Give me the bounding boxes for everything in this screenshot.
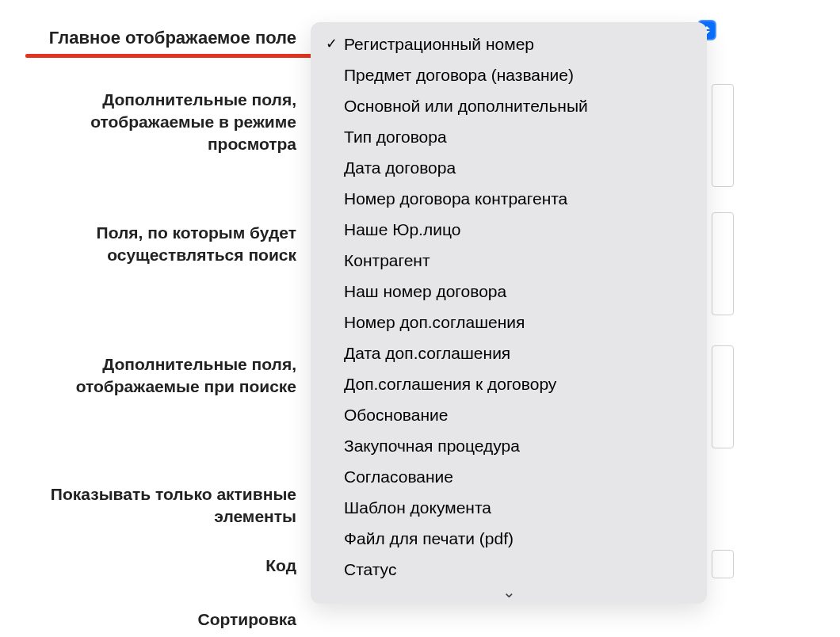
dropdown-option-label: Обоснование bbox=[344, 404, 448, 425]
dropdown-option-label: Доп.соглашения к договору bbox=[344, 373, 556, 395]
dropdown-option[interactable]: Файл для печати (pdf) bbox=[311, 523, 707, 554]
dropdown-option-label: Статус bbox=[344, 559, 396, 580]
label-sorting: Сортировка bbox=[11, 608, 296, 631]
dropdown-option[interactable]: Дата договора bbox=[311, 152, 707, 183]
label-extra-search: Дополнительные поля, отображаемые при по… bbox=[11, 353, 296, 398]
dropdown-option[interactable]: Доп.соглашения к договору bbox=[311, 368, 707, 399]
dropdown-option-label: Наш номер договора bbox=[344, 280, 506, 302]
dropdown-option-label: Файл для печати (pdf) bbox=[344, 528, 514, 549]
dropdown-option[interactable]: Основной или дополнительный bbox=[311, 90, 707, 121]
dropdown-option-label: Согласование bbox=[344, 466, 453, 487]
field-search-fields[interactable] bbox=[712, 212, 734, 315]
dropdown-option[interactable]: Наше Юр.лицо bbox=[311, 214, 707, 245]
dropdown-option-label: Наше Юр.лицо bbox=[344, 219, 460, 240]
chevron-down-icon[interactable]: ⌄ bbox=[311, 585, 707, 602]
dropdown-option-label: Номер доп.соглашения bbox=[344, 311, 525, 333]
dropdown-option-label: Регистрационный номер bbox=[344, 33, 534, 55]
dropdown-option-label: Номер договора контрагента bbox=[344, 188, 567, 209]
label-main-display: Главное отображаемое поле bbox=[11, 27, 296, 49]
label-search-fields: Поля, по которым будет осуществляться по… bbox=[11, 222, 296, 266]
dropdown-option[interactable]: Номер доп.соглашения bbox=[311, 307, 707, 338]
settings-form: Главное отображаемое поле Дополнительные… bbox=[0, 0, 840, 637]
dropdown-option-label: Шаблон документа bbox=[344, 497, 491, 518]
dropdown-option[interactable]: Номер договора контрагента bbox=[311, 183, 707, 214]
dropdown-option-label: Дата договора bbox=[344, 157, 456, 178]
check-icon: ✓ bbox=[323, 33, 339, 55]
dropdown-option[interactable]: ✓Регистрационный номер bbox=[311, 29, 707, 59]
dropdown-option[interactable]: Статус bbox=[311, 554, 707, 585]
dropdown-main-display[interactable]: ✓Регистрационный номерПредмет договора (… bbox=[311, 22, 707, 604]
label-active-only: Показывать только активные элементы bbox=[11, 483, 296, 528]
dropdown-option[interactable]: Закупочная процедура bbox=[311, 430, 707, 461]
dropdown-option[interactable]: Шаблон документа bbox=[311, 492, 707, 523]
dropdown-option-label: Дата доп.соглашения bbox=[344, 342, 510, 364]
dropdown-option-label: Тип договора bbox=[344, 126, 447, 147]
label-code: Код bbox=[11, 555, 296, 577]
dropdown-option-label: Контрагент bbox=[344, 250, 430, 271]
dropdown-option[interactable]: Контрагент bbox=[311, 245, 707, 276]
dropdown-option[interactable]: Дата доп.соглашения bbox=[311, 338, 707, 368]
field-extra-view[interactable] bbox=[712, 84, 734, 187]
dropdown-option-label: Предмет договора (название) bbox=[344, 64, 574, 86]
label-extra-view: Дополнительные поля, отображаемые в режи… bbox=[11, 89, 296, 155]
dropdown-option[interactable]: Согласование bbox=[311, 461, 707, 492]
dropdown-option-label: Основной или дополнительный bbox=[344, 95, 588, 116]
field-code[interactable] bbox=[712, 550, 734, 578]
dropdown-option[interactable]: Наш номер договора bbox=[311, 276, 707, 307]
field-extra-search[interactable] bbox=[712, 345, 734, 448]
dropdown-option[interactable]: Тип договора bbox=[311, 121, 707, 152]
dropdown-option[interactable]: Обоснование bbox=[311, 399, 707, 430]
dropdown-option-label: Закупочная процедура bbox=[344, 435, 520, 456]
dropdown-option[interactable]: Предмет договора (название) bbox=[311, 59, 707, 90]
